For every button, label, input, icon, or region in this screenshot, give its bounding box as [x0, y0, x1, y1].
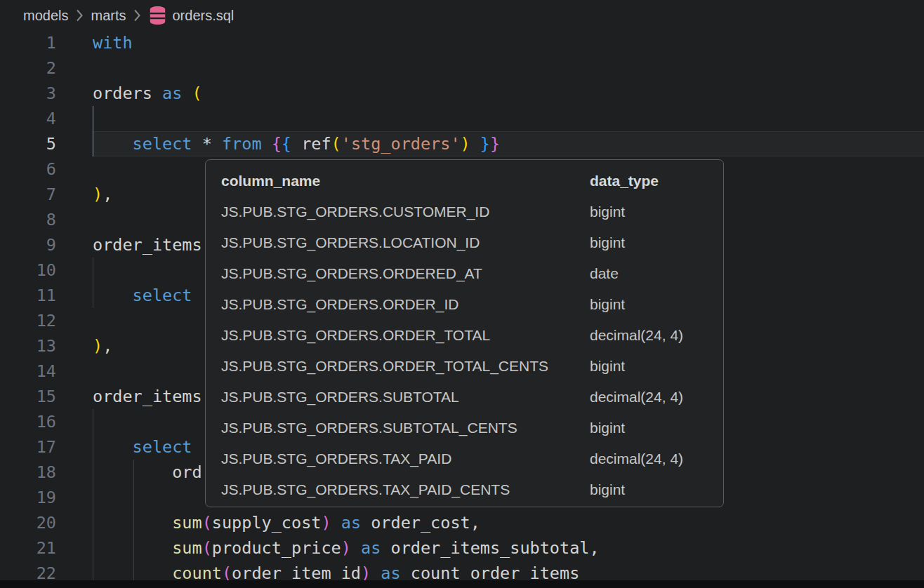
column-name-value: JS.PUB.STG_ORDERS.TAX_PAID_CENTS [221, 481, 590, 498]
code-text: select [56, 286, 192, 305]
indent-guide [133, 460, 134, 581]
popup-column-row: JS.PUB.STG_ORDERS.LOCATION_IDbigint [206, 227, 723, 258]
line-number[interactable]: 9 [0, 232, 56, 258]
line-number[interactable]: 17 [0, 434, 56, 460]
code-text: ), [56, 185, 112, 204]
data-type-value: bigint [590, 296, 723, 313]
code-text: sum(product_price) as order_items_subtot… [56, 538, 600, 558]
popup-header-row: column_name data_type [206, 166, 723, 196]
popup-column-row: JS.PUB.STG_ORDERS.SUBTOTAL_CENTSbigint [206, 413, 723, 443]
data-type-value: decimal(24, 4) [590, 450, 723, 467]
line-number[interactable]: 7 [0, 182, 56, 207]
data-type-value: bigint [590, 481, 723, 498]
line-number[interactable]: 1 [0, 30, 56, 55]
indent-guide [93, 258, 93, 308]
popup-header-column-name: column_name [221, 173, 590, 189]
popup-column-row: JS.PUB.STG_ORDERS.SUBTOTALdecimal(24, 4) [206, 382, 723, 413]
code-text [56, 311, 93, 330]
data-type-value: decimal(24, 4) [590, 327, 723, 344]
breadcrumb-item-models[interactable]: models [23, 8, 68, 24]
data-type-value: date [590, 265, 723, 282]
column-name-value: JS.PUB.STG_ORDERS.SUBTOTAL_CENTS [221, 420, 590, 436]
code-text [56, 260, 93, 280]
line-number[interactable]: 2 [0, 55, 56, 81]
code-line[interactable]: 20 sum(supply_cost) as order_cost, [0, 510, 924, 535]
window-bottom-edge [0, 580, 924, 588]
popup-column-row: JS.PUB.STG_ORDERS.ORDER_TOTAL_CENTSbigin… [206, 351, 723, 382]
column-name-value: JS.PUB.STG_ORDERS.LOCATION_ID [221, 234, 590, 251]
line-number[interactable]: 12 [0, 308, 56, 333]
column-name-value: JS.PUB.STG_ORDERS.ORDER_ID [221, 296, 590, 313]
line-number[interactable]: 10 [0, 258, 56, 283]
breadcrumb-item-file[interactable]: orders.sql [148, 5, 234, 26]
code-text [56, 412, 93, 432]
column-name-value: JS.PUB.STG_ORDERS.SUBTOTAL [221, 389, 590, 406]
popup-header-data-type: data_type [590, 173, 723, 189]
popup-column-row: JS.PUB.STG_ORDERS.ORDER_TOTALdecimal(24,… [206, 320, 723, 351]
line-number[interactable]: 18 [0, 460, 56, 485]
code-text [56, 109, 93, 128]
line-number[interactable]: 3 [0, 81, 56, 106]
code-text [56, 361, 93, 381]
code-text [56, 159, 93, 179]
code-line[interactable]: 21 sum(product_price) as order_items_sub… [0, 535, 924, 561]
column-info-popup: column_name data_type JS.PUB.STG_ORDERS.… [205, 159, 724, 507]
code-text: select * from {{ ref('stg_orders') }} [56, 134, 500, 154]
column-name-value: JS.PUB.STG_ORDERS.TAX_PAID [221, 450, 590, 467]
line-number[interactable]: 6 [0, 156, 56, 182]
column-name-value: JS.PUB.STG_ORDERS.ORDER_TOTAL [221, 327, 590, 344]
data-type-value: bigint [590, 420, 723, 436]
chevron-right-icon [74, 9, 84, 22]
line-number[interactable]: 21 [0, 535, 56, 561]
breadcrumb-file-name: orders.sql [172, 8, 234, 24]
code-text: ), [56, 336, 112, 356]
popup-column-row: JS.PUB.STG_ORDERS.ORDERED_ATdate [206, 258, 723, 289]
indent-guide [93, 409, 93, 581]
line-number[interactable]: 14 [0, 359, 56, 384]
line-number[interactable]: 19 [0, 485, 56, 510]
data-type-value: decimal(24, 4) [590, 389, 723, 406]
code-text: with [56, 33, 133, 53]
code-text: order_items [56, 235, 202, 255]
code-line[interactable]: 3orders as ( [0, 81, 924, 106]
breadcrumb-item-marts[interactable]: marts [91, 8, 126, 24]
code-text: ord [56, 462, 202, 482]
line-number[interactable]: 16 [0, 409, 56, 434]
line-number[interactable]: 4 [0, 106, 56, 131]
popup-column-row: JS.PUB.STG_ORDERS.ORDER_IDbigint [206, 289, 723, 320]
line-number[interactable]: 15 [0, 384, 56, 409]
column-name-value: JS.PUB.STG_ORDERS.ORDER_TOTAL_CENTS [221, 358, 590, 375]
line-number[interactable]: 5 [0, 131, 56, 156]
code-line[interactable]: 1with [0, 30, 924, 55]
code-text: orders as ( [56, 83, 202, 103]
indent-guide [93, 106, 93, 156]
popup-column-row: JS.PUB.STG_ORDERS.TAX_PAID_CENTSbigint [206, 474, 723, 505]
line-number[interactable]: 20 [0, 510, 56, 535]
data-type-value: bigint [590, 203, 723, 220]
code-text [56, 210, 93, 229]
popup-column-row: JS.PUB.STG_ORDERS.TAX_PAIDdecimal(24, 4) [206, 443, 723, 474]
column-name-value: JS.PUB.STG_ORDERS.CUSTOMER_ID [221, 203, 590, 220]
chevron-right-icon [132, 9, 142, 22]
popup-column-row: JS.PUB.STG_ORDERS.CUSTOMER_IDbigint [206, 196, 723, 227]
column-name-value: JS.PUB.STG_ORDERS.ORDERED_AT [221, 265, 590, 282]
data-type-value: bigint [590, 358, 723, 375]
data-type-value: bigint [590, 234, 723, 251]
code-text [56, 58, 93, 78]
code-text: sum(supply_cost) as order_cost, [56, 513, 480, 533]
database-icon [148, 5, 167, 26]
code-line[interactable]: 4 [0, 106, 924, 131]
code-editor[interactable]: 1with23orders as (45 select * from {{ re… [0, 30, 924, 588]
breadcrumb: models marts orders.sql [0, 0, 924, 31]
line-number[interactable]: 13 [0, 333, 56, 359]
code-text: select [56, 437, 192, 457]
code-line[interactable]: 2 [0, 55, 924, 81]
line-number[interactable]: 8 [0, 207, 56, 232]
line-number[interactable]: 11 [0, 283, 56, 308]
popup-rows: JS.PUB.STG_ORDERS.CUSTOMER_IDbigintJS.PU… [206, 196, 723, 505]
code-text: order_items [56, 387, 202, 406]
code-line[interactable]: 5 select * from {{ ref('stg_orders') }} [0, 131, 924, 156]
code-text [56, 488, 93, 507]
